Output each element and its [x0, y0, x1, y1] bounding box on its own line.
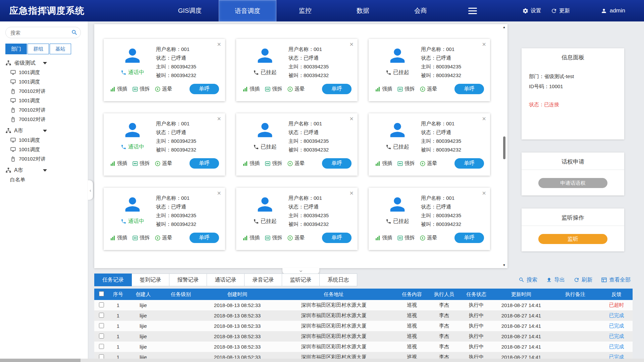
sidebar-tab[interactable]: 部门: [5, 44, 27, 54]
break-in-action[interactable]: 强插: [375, 86, 392, 92]
cell-feedback[interactable]: 已完成: [600, 342, 633, 352]
view-all-button[interactable]: 查看全部: [601, 277, 631, 284]
force-release-action[interactable]: 强拆: [132, 160, 150, 167]
remote-stun-action[interactable]: 遥晕: [420, 86, 437, 92]
force-release-action[interactable]: 强拆: [132, 86, 150, 92]
refresh-button[interactable]: 刷新: [574, 277, 592, 284]
search-input[interactable]: [5, 27, 81, 38]
menu-icon[interactable]: [468, 8, 477, 14]
table-row[interactable]: 1 lijie 2018-08-13 08:52:33 深圳市福田区彩田村水源大…: [94, 342, 633, 352]
cell-feedback[interactable]: 已超时: [600, 300, 633, 310]
settings-button[interactable]: 设置: [522, 7, 541, 14]
force-release-action[interactable]: 强拆: [265, 235, 282, 241]
sidebar-collapse-handle[interactable]: ‹: [88, 180, 93, 200]
close-icon[interactable]: ×: [482, 190, 486, 196]
tree-item[interactable]: 700102对讲: [0, 115, 88, 124]
monitor-button[interactable]: 监听: [538, 234, 607, 244]
tree-item[interactable]: A市: [0, 126, 88, 135]
single-call-button[interactable]: 单呼: [190, 233, 219, 243]
remote-stun-action[interactable]: 遥晕: [155, 86, 172, 92]
table-row[interactable]: 1 lijie 2018-08-13 08:52:33 深圳市福田区彩田村水源大…: [94, 310, 633, 321]
single-call-button[interactable]: 单呼: [322, 84, 352, 94]
close-icon[interactable]: ×: [217, 41, 221, 48]
row-checkbox[interactable]: [99, 334, 104, 339]
tree-item[interactable]: 省级测试: [0, 58, 88, 68]
nav-item[interactable]: 监控: [276, 0, 334, 21]
record-tab[interactable]: 监听记录: [282, 274, 320, 286]
close-icon[interactable]: ×: [217, 190, 221, 196]
close-icon[interactable]: ×: [482, 41, 486, 48]
nav-item[interactable]: 会商: [392, 0, 449, 21]
single-call-button[interactable]: 单呼: [454, 158, 484, 169]
remote-stun-action[interactable]: 遥晕: [155, 160, 172, 167]
break-in-action[interactable]: 强插: [110, 86, 127, 92]
close-icon[interactable]: ×: [217, 115, 221, 122]
table-row[interactable]: 1 lijie 2018-08-13 08:52:33 深圳市福田区彩田村水源大…: [94, 300, 633, 310]
user-menu[interactable]: admin: [601, 7, 625, 14]
force-release-action[interactable]: 强拆: [397, 235, 415, 241]
record-tab[interactable]: 系统日志: [320, 274, 357, 286]
table-row[interactable]: 1 lijie 2018-08-13 08:52:33 深圳市福田区彩田村水源大…: [94, 321, 633, 331]
tree-item[interactable]: 700102对讲: [0, 86, 88, 96]
horizontal-scrollbar-thumb[interactable]: [0, 359, 80, 362]
cell-feedback[interactable]: 已完成: [600, 331, 633, 342]
row-checkbox[interactable]: [99, 344, 104, 349]
close-icon[interactable]: ×: [350, 190, 354, 196]
record-tab[interactable]: 通话记录: [207, 274, 245, 286]
row-checkbox[interactable]: [99, 302, 104, 307]
caret-down-icon[interactable]: [43, 169, 47, 172]
single-call-button[interactable]: 单呼: [190, 158, 219, 169]
tree-item[interactable]: 1001调度: [0, 135, 88, 145]
row-checkbox[interactable]: [99, 323, 104, 328]
close-icon[interactable]: ×: [350, 41, 354, 48]
cell-feedback[interactable]: 已完成: [600, 310, 633, 321]
request-floor-button[interactable]: 申请话语权: [538, 178, 607, 188]
scroll-up-icon[interactable]: ▲: [501, 25, 507, 29]
force-release-action[interactable]: 强拆: [397, 160, 415, 167]
break-in-action[interactable]: 强插: [242, 235, 260, 241]
record-tab[interactable]: 录音记录: [245, 274, 282, 286]
close-icon[interactable]: ×: [482, 115, 486, 122]
single-call-button[interactable]: 单呼: [322, 158, 352, 169]
force-release-action[interactable]: 强拆: [265, 160, 282, 167]
break-in-action[interactable]: 强插: [110, 160, 127, 167]
search-icon[interactable]: [71, 29, 78, 36]
close-icon[interactable]: ×: [350, 115, 354, 122]
record-tab[interactable]: 任务记录: [94, 274, 132, 286]
force-release-action[interactable]: 强拆: [132, 235, 150, 241]
cards-scrollbar[interactable]: ▲ ▼: [501, 25, 507, 267]
remote-stun-action[interactable]: 遥晕: [420, 235, 437, 241]
export-button[interactable]: 导出: [546, 277, 565, 284]
select-all-checkbox[interactable]: [99, 291, 104, 296]
single-call-button[interactable]: 单呼: [454, 84, 484, 94]
nav-item[interactable]: 数据: [334, 0, 392, 21]
caret-down-icon[interactable]: [43, 130, 47, 132]
single-call-button[interactable]: 单呼: [322, 233, 352, 243]
row-checkbox[interactable]: [99, 313, 104, 318]
tree-item[interactable]: 700102对讲: [0, 154, 88, 164]
scroll-down-icon[interactable]: ▼: [501, 263, 507, 267]
tree-item[interactable]: 白名单: [0, 175, 88, 184]
tree-item[interactable]: 700102对讲: [0, 105, 88, 115]
table-row[interactable]: 1 lijie 2018-08-13 08:52:33 深圳市福田区彩田村水源大…: [94, 331, 633, 342]
nav-item[interactable]: 语音调度: [219, 0, 276, 21]
scrollbar-thumb[interactable]: [503, 136, 505, 159]
record-tab[interactable]: 签到记录: [132, 274, 169, 286]
sidebar-tab[interactable]: 基站: [50, 44, 71, 54]
sidebar-tab[interactable]: 群组: [28, 44, 49, 54]
force-release-action[interactable]: 强拆: [265, 86, 282, 92]
remote-stun-action[interactable]: 遥晕: [155, 235, 172, 241]
single-call-button[interactable]: 单呼: [190, 84, 219, 94]
remote-stun-action[interactable]: 遥晕: [287, 235, 305, 241]
break-in-action[interactable]: 强插: [375, 160, 392, 167]
tree-item[interactable]: 1001调度: [0, 96, 88, 105]
nav-item[interactable]: GIS调度: [161, 0, 219, 21]
break-in-action[interactable]: 强插: [110, 235, 127, 241]
record-tab[interactable]: 报警记录: [169, 274, 207, 286]
tree-item[interactable]: 1001调度: [0, 145, 88, 154]
remote-stun-action[interactable]: 遥晕: [287, 86, 305, 92]
remote-stun-action[interactable]: 遥晕: [420, 160, 437, 167]
break-in-action[interactable]: 强插: [375, 235, 392, 241]
remote-stun-action[interactable]: 遥晕: [287, 160, 305, 167]
single-call-button[interactable]: 单呼: [454, 233, 484, 243]
